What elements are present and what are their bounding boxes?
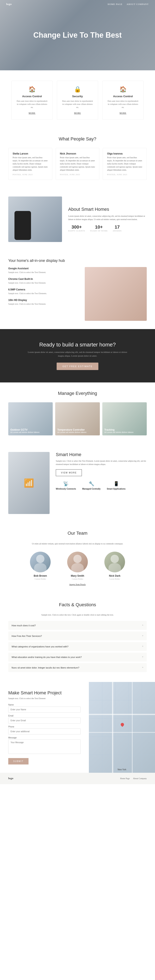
message-textarea[interactable]	[8, 740, 81, 754]
team-section: Our Team Ut enim ad minim veniam, quis n…	[0, 522, 155, 594]
map-grid-line	[142, 682, 142, 773]
manage-card-0: Outdoor CCTV Ut Lorem ad minim dolore la…	[8, 402, 53, 435]
team-role-1: Content Holder	[61, 578, 94, 580]
feature-more-1[interactable]: MORE	[74, 112, 81, 114]
footer-home[interactable]: Home Page	[120, 777, 130, 780]
footer-about[interactable]: About Company	[133, 777, 147, 780]
avatar-person-0	[30, 552, 51, 572]
team-avatar-1	[67, 552, 88, 572]
testimonial-date-1: POSTED, JUNE 2025	[60, 173, 95, 176]
chevron-down-icon-1: +	[142, 634, 144, 638]
stat-2: 17 AWARDS	[112, 224, 122, 232]
testimonials-title: What People Say?	[8, 136, 147, 142]
nav-home[interactable]: Home Page	[108, 3, 123, 5]
name-input[interactable]	[8, 706, 81, 713]
testimonial-0: Stella Larson Proin vitae ipsum ante, se…	[8, 148, 52, 180]
nav-about[interactable]: About Company	[127, 3, 149, 5]
navbar: logo Home Page About Company	[0, 0, 155, 8]
feature-more-0[interactable]: MORE	[29, 112, 36, 114]
contact-map: New York	[89, 682, 155, 773]
hub-feature-3: 10In HD Display Sample text. Click to se…	[8, 299, 81, 305]
team-avatar-2	[104, 552, 125, 572]
avatar-body-0	[34, 563, 46, 572]
hub-section: Your home's all-in-one display hub Googl…	[0, 250, 155, 329]
stat-num-1: 10+	[90, 224, 108, 230]
testimonial-name-0: Stella Larson	[13, 152, 48, 155]
map-pin	[120, 722, 125, 727]
stat-1: 10+ YEARS OF WORK	[90, 224, 108, 232]
chevron-down-icon-0: +	[142, 624, 144, 627]
smarthome-title: Smart Home	[56, 452, 147, 457]
phone-mockup	[14, 211, 31, 240]
form-email-field: Email	[8, 714, 81, 724]
team-member-0: Bob Brown Content Holder	[24, 552, 57, 580]
map-grid-line	[89, 737, 155, 737]
cta-section: Ready to build a smarter home? Lorem ips…	[0, 329, 155, 382]
hub-feature-text-3: Sample text. Click to select the Text El…	[8, 302, 81, 305]
feature-title-0: Access Control	[16, 95, 48, 98]
feature-more-2[interactable]: MORE	[120, 112, 127, 114]
about-image	[8, 197, 62, 242]
submit-button[interactable]: SUBMIT	[8, 758, 28, 764]
smarthome-image: 📶	[8, 452, 50, 514]
avatar-head-2	[111, 555, 119, 563]
nav-links: Home Page About Company	[108, 3, 149, 5]
manage-sublabel-0: Ut Lorem ad minim dolore labore	[10, 431, 40, 433]
stat-label-2: AWARDS	[112, 230, 122, 232]
faq-item-2[interactable]: What categories of organizations have yo…	[8, 642, 147, 651]
avatar-person-1	[67, 552, 88, 572]
testimonials-section: What People Say? Stella Larson Proin vit…	[0, 128, 155, 188]
avatar-body-2	[109, 563, 121, 572]
testimonial-name-2: Olga Ivanova	[107, 152, 142, 155]
avatar-head-1	[73, 555, 82, 563]
faq-item-1[interactable]: How Free Are Their Services? +	[8, 632, 147, 640]
testimonial-name-1: Nick Jhonson	[60, 152, 95, 155]
hub-feature-text-1: Sample text. Click to select the Text El…	[8, 281, 81, 285]
features-grid: 🏠 Access Control Duis aute irure dolor i…	[8, 81, 147, 120]
stat-num-0: 300+	[68, 224, 85, 230]
testimonial-text-2: Proin vitae ipsum ante, sed faucibus tur…	[107, 156, 142, 172]
contact-section: Make Smart Home Project Sample text. Cli…	[0, 682, 155, 773]
phone-input[interactable]	[8, 729, 81, 735]
hub-feature-title-2: 6.5MP Camera	[8, 288, 81, 291]
map-grid-line	[128, 682, 129, 773]
hub-feature-text-2: Sample text. Click to select the Two Ele…	[8, 292, 81, 295]
stat-label-0: HAPPY CLIENTS	[68, 230, 85, 232]
team-title: Our Team	[8, 531, 147, 536]
security-icon-1: 🔒	[61, 86, 94, 93]
cta-button[interactable]: GET FREE ESTIMATE	[57, 363, 98, 370]
contact-form-area: Make Smart Home Project Sample text. Cli…	[0, 682, 89, 773]
stat-0: 300+ HAPPY CLIENTS	[68, 224, 85, 232]
testimonials-grid: Stella Larson Proin vitae ipsum ante, se…	[8, 148, 147, 180]
faq-subtitle: Sample text. Click to select the text. C…	[8, 614, 147, 616]
message-label: Message	[8, 737, 81, 739]
faq-item-0[interactable]: How much does it cost? +	[8, 621, 147, 630]
contact-subtitle: Sample text. Click to select the Text El…	[8, 697, 81, 700]
smarthome-icon-2: 📱 Smart Applications	[107, 481, 126, 490]
testimonial-text-0: Proin vitae ipsum ante, sed faucibus tur…	[13, 156, 48, 172]
faq-question-2: What categories of organizations have yo…	[11, 645, 68, 648]
testimonial-2: Olga Ivanova Proin vitae ipsum ante, sed…	[103, 148, 147, 180]
hub-feature-title-3: 10In HD Display	[8, 299, 81, 302]
map-city-label: New York	[118, 768, 126, 771]
manage-label-2: Tracking Ut Lorem ad minim dolore labore	[104, 428, 133, 433]
team-avatar-0	[30, 552, 51, 572]
manage-section: Manage Everything Outdoor CCTV Ut Lorem …	[0, 382, 155, 444]
hero-content: Change Live To The Best	[33, 30, 122, 40]
cta-title: Ready to build a smarter home?	[8, 342, 147, 348]
smarthome-view-more-button[interactable]: VIEW MORE	[56, 469, 82, 476]
hub-feature-2: 6.5MP Camera Sample text. Click to selec…	[8, 288, 81, 295]
faq-title: Facts & Questions	[8, 602, 147, 608]
avatar-body-1	[71, 563, 84, 572]
faq-item-3[interactable]: What education and/or training do you ha…	[8, 652, 147, 662]
hub-feature-1: Chrome Cast Built-In Sample text. Click …	[8, 278, 81, 285]
access-control-icon-2: 🏠	[107, 86, 139, 93]
hub-image	[85, 267, 147, 321]
faq-item-4[interactable]: Nunc sit amet dolor dolor. Integer iacul…	[8, 663, 147, 672]
team-images-link[interactable]: images from Pexels	[8, 583, 147, 585]
feature-desc-0: Duis aute irure dolor in reprehenderit i…	[16, 100, 48, 109]
manage-title: Manage Everything	[8, 391, 147, 396]
manage-label-0: Outdoor CCTV Ut Lorem ad minim dolore la…	[10, 428, 40, 433]
email-input[interactable]	[8, 718, 81, 724]
smarthome-icon-label-1: Managed Centrally	[82, 488, 101, 490]
